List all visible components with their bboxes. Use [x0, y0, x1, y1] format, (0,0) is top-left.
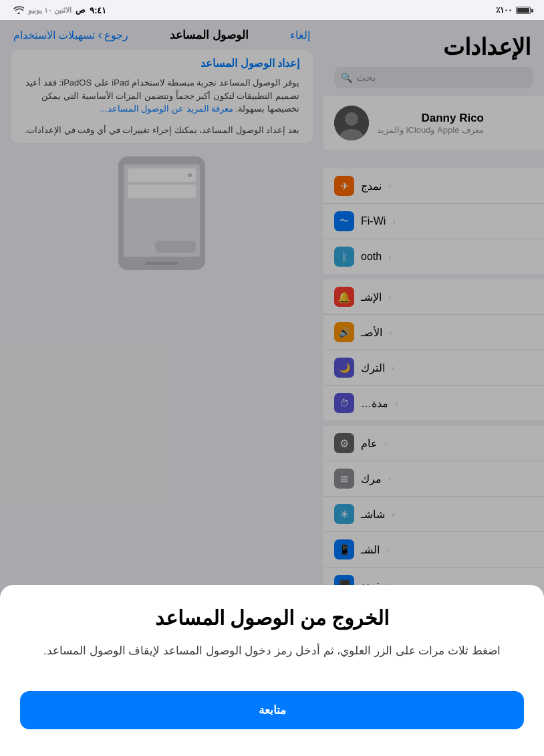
- modal-title: الخروج من الوصول المساعد: [20, 606, 524, 630]
- ampm: ص: [76, 5, 86, 15]
- battery-percent: ١٠٠٪: [496, 5, 512, 15]
- modal-description: اضغط ثلاث مرات على الزر العلوي، ثم أدخل …: [20, 642, 524, 660]
- modal-sheet: الخروج من الوصول المساعد اضغط ثلاث مرات …: [0, 585, 544, 757]
- modal-overlay: الخروج من الوصول المساعد اضغط ثلاث مرات …: [0, 20, 544, 756]
- time: ٩:٤١: [90, 5, 106, 15]
- battery-icon: [516, 7, 531, 14]
- status-bar: ١٠٠٪ ٩:٤١ ص الاثنين ١٠ يونيو: [0, 0, 544, 20]
- continue-button[interactable]: متابعة: [20, 691, 524, 729]
- status-bar-left: ١٠٠٪: [496, 5, 531, 15]
- main-layout: الإعدادات بحث 🔍 Danny Rico معرف Apple وi…: [0, 20, 544, 756]
- wifi-icon: [13, 6, 24, 14]
- status-bar-right: ٩:٤١ ص الاثنين ١٠ يونيو: [13, 5, 106, 15]
- date: الاثنين ١٠ يونيو: [28, 6, 72, 15]
- battery-indicator: [516, 5, 531, 15]
